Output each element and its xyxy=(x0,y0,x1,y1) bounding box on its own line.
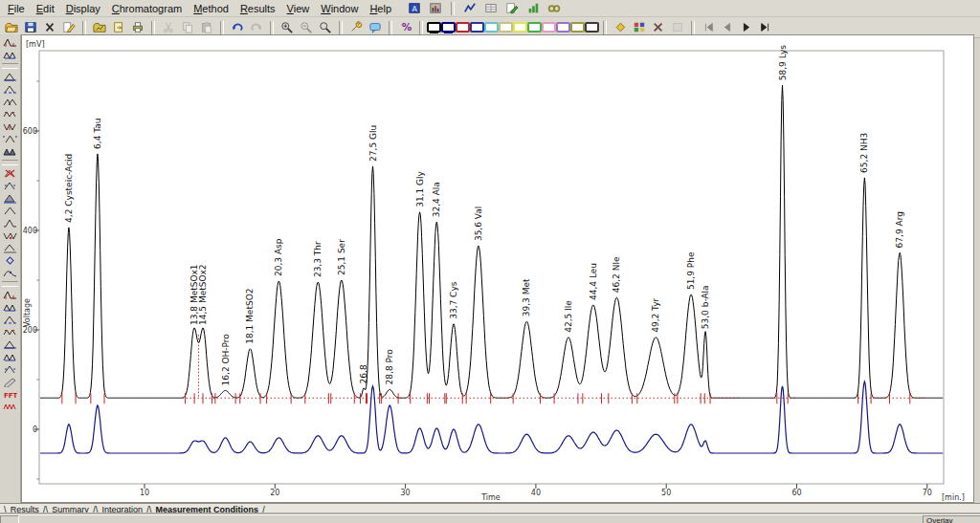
peak-label: 65,2 NH3 xyxy=(859,133,869,173)
separator xyxy=(419,21,423,34)
menu-window[interactable]: Window xyxy=(315,2,364,15)
cancel-peak-tool-icon[interactable] xyxy=(1,167,19,180)
menu-bar: FileEditDisplayChromatogramMethodResults… xyxy=(0,0,980,17)
signal-color-black-button[interactable] xyxy=(427,21,441,33)
color-swatch-icon xyxy=(513,22,527,33)
zigzag-marker-tool-icon[interactable] xyxy=(1,108,19,120)
tangent-tool-icon[interactable] xyxy=(1,351,19,363)
peak-label: 23,3 Thr xyxy=(313,241,323,277)
tab-measurement-conditions[interactable]: Measurement Conditions xyxy=(152,505,263,514)
pencil-tool-icon[interactable] xyxy=(1,376,19,388)
tab-results[interactable]: Results xyxy=(7,505,43,514)
x-tick-label: 40 xyxy=(531,489,541,497)
signal-color-green-button[interactable] xyxy=(527,21,542,33)
status-cell-left xyxy=(0,515,19,523)
quoted-peak-tool-icon[interactable] xyxy=(1,133,19,145)
signal-color-pink-button[interactable] xyxy=(542,21,556,33)
peak-label: 25,1 Ser xyxy=(337,239,346,275)
peak-label: 58,9 Lys xyxy=(778,45,788,80)
tab-separator: / xyxy=(262,505,265,515)
chromatogram-panel[interactable]: 020040060010203040506070[mV]VoltageTime[… xyxy=(21,34,974,503)
separator xyxy=(2,160,18,165)
fft-filter-tool-icon[interactable]: FFT xyxy=(1,388,19,401)
marked-peak-tool-icon[interactable] xyxy=(1,180,19,192)
valley-tool-icon[interactable] xyxy=(1,120,19,133)
chromatogram-plot[interactable]: 020040060010203040506070[mV]VoltageTime[… xyxy=(22,35,975,504)
baseline-peak-tool-icon[interactable] xyxy=(1,242,19,254)
svg-text:FFT: FFT xyxy=(4,392,17,400)
menu-chromatogram[interactable]: Chromatogram xyxy=(106,2,188,15)
triangle-peak-tool-icon[interactable] xyxy=(1,71,19,83)
peak-label: 31,1 Gly xyxy=(415,170,425,207)
half-width-tool-icon[interactable] xyxy=(1,338,19,351)
filled-peak-tool-icon[interactable] xyxy=(1,192,19,205)
x-tick-label: 60 xyxy=(791,489,801,497)
edit-pen-icon[interactable] xyxy=(502,0,522,17)
peak-label: 51,9 Phe xyxy=(686,251,696,290)
curve-dot-tool-icon[interactable] xyxy=(1,267,19,279)
svg-text:%: % xyxy=(402,21,412,33)
menu-help[interactable]: Help xyxy=(364,2,397,15)
integration-interval-tool-icon[interactable] xyxy=(1,314,19,326)
peak-label: 39,3 Met xyxy=(522,278,531,316)
signal-color-olive-button[interactable] xyxy=(570,21,585,33)
color-swatch-icon xyxy=(570,22,585,33)
signal-color-yellow-button[interactable] xyxy=(513,21,527,33)
color-swatch-icon xyxy=(456,22,470,33)
table-view-icon[interactable] xyxy=(481,0,501,17)
menu-items: FileEditDisplayChromatogramMethodResults… xyxy=(2,2,397,15)
integration-tool-sidebar: FFT xyxy=(0,34,21,505)
signal-color-khaki-button[interactable] xyxy=(499,21,513,33)
column-chart-icon[interactable] xyxy=(426,0,445,17)
filled-peaks-tool-icon[interactable] xyxy=(1,145,19,158)
signal-color-red-button[interactable] xyxy=(456,21,470,33)
signal-color-blue-button[interactable] xyxy=(470,21,484,33)
binoculars-icon[interactable] xyxy=(545,0,564,17)
signal-color-violet-button[interactable] xyxy=(556,21,570,33)
menu-file[interactable]: File xyxy=(2,2,31,15)
noise-trace-tool-icon[interactable] xyxy=(1,401,19,413)
bar-chart-icon[interactable] xyxy=(523,0,543,17)
local-peak-width-tool-icon[interactable] xyxy=(1,289,19,301)
negative-peak-tool-icon[interactable] xyxy=(1,326,19,338)
threshold-tool-icon[interactable] xyxy=(1,49,19,61)
color-swatch-icon xyxy=(556,22,570,33)
y-tick-label: 600 xyxy=(23,127,37,136)
peak-label: 44,4 Leu xyxy=(589,263,598,300)
overlapping-peaks-tool-icon[interactable] xyxy=(1,96,19,108)
peak-label: 14,5 MetSOx2 xyxy=(198,264,208,325)
tailed-peak-tool-icon[interactable] xyxy=(1,217,19,229)
group-peaks-tool-icon[interactable] xyxy=(1,363,19,376)
separator xyxy=(389,21,392,34)
peak-label: 28,8 Pro xyxy=(385,349,394,385)
x-tick-label: 50 xyxy=(661,489,671,497)
tab-summary[interactable]: Summary xyxy=(48,505,93,514)
menu-view[interactable]: View xyxy=(281,2,316,15)
signal-color-cyan-button[interactable] xyxy=(484,21,499,33)
x-axis-title: Time xyxy=(480,493,501,502)
y-axis-title: Voltage xyxy=(23,298,32,327)
plain-triangle-tool-icon[interactable] xyxy=(1,205,19,217)
peak-width-tool-icon[interactable] xyxy=(1,36,19,49)
menu-method[interactable]: Method xyxy=(188,2,234,15)
x-tick-label: 70 xyxy=(923,489,932,497)
color-swatch-icon xyxy=(484,22,499,33)
tab-integration[interactable]: Integration xyxy=(98,505,146,514)
peak-label: 46,2 Nle xyxy=(612,256,621,293)
diamond-tool-icon[interactable] xyxy=(1,254,19,267)
peak-label: 20,3 Asp xyxy=(274,238,283,276)
menu-results[interactable]: Results xyxy=(234,2,281,15)
line-chart-icon[interactable] xyxy=(460,0,479,17)
dashed-base-peak-tool-icon[interactable] xyxy=(1,83,19,96)
signal-color-navy-button[interactable] xyxy=(441,21,456,33)
x-tick-label: 30 xyxy=(401,489,411,497)
peak-label: 26,8 xyxy=(359,364,368,383)
signal-color-white-button[interactable] xyxy=(585,21,599,33)
menu-edit[interactable]: Edit xyxy=(31,2,60,15)
black-signal-trace xyxy=(40,85,943,398)
annotation-box-icon[interactable]: A xyxy=(405,0,424,17)
local-threshold-tool-icon[interactable] xyxy=(1,301,19,314)
y-axis-unit: [mV] xyxy=(26,40,45,49)
valley-dot-tool-icon[interactable] xyxy=(1,229,19,242)
menu-display[interactable]: Display xyxy=(60,2,106,15)
